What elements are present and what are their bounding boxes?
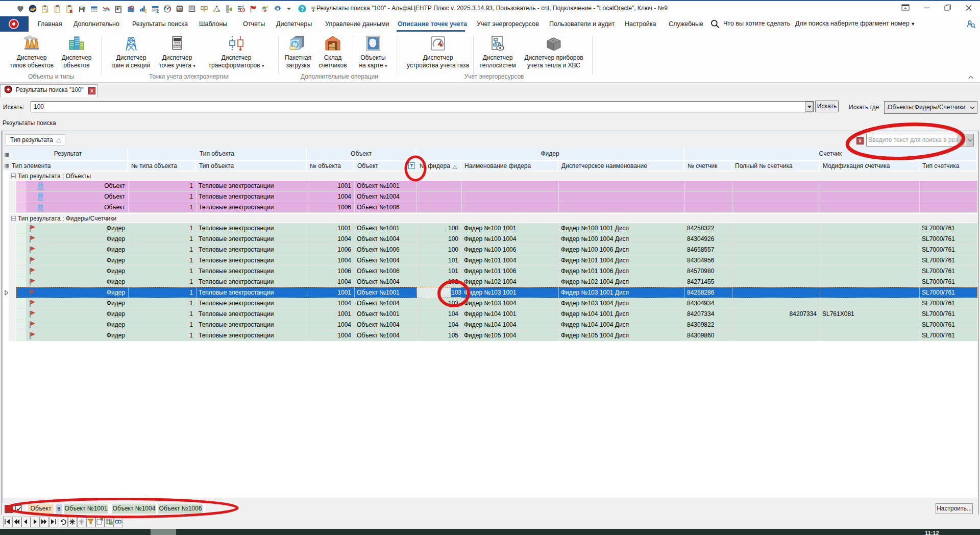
- svg-text:?: ?: [300, 6, 304, 13]
- svg-text:XML: XML: [177, 8, 183, 11]
